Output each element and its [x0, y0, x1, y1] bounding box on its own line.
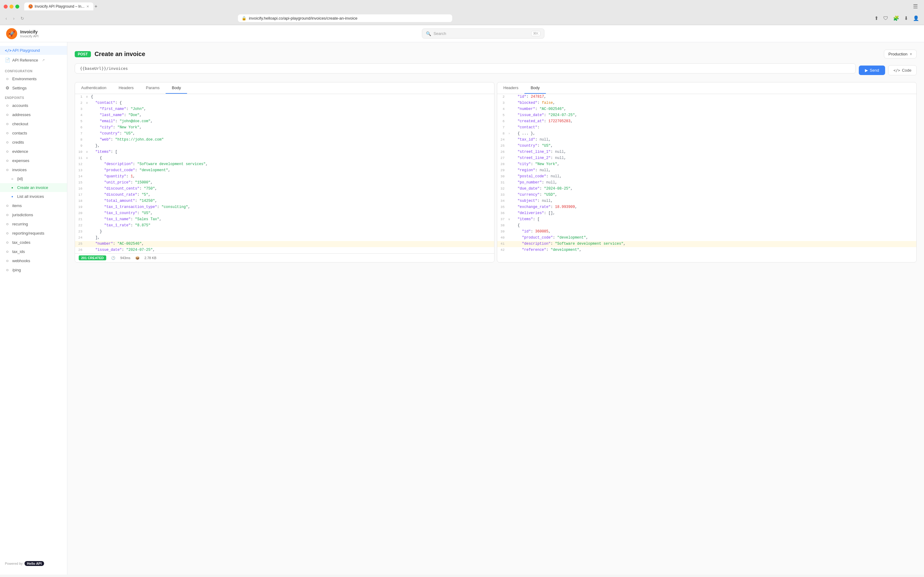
sidebar-item-accounts[interactable]: ○ accounts	[0, 101, 67, 110]
send-play-icon: ▶	[865, 68, 868, 73]
tax-ids-icon: ○	[5, 249, 10, 254]
code-button[interactable]: </> Code	[888, 65, 917, 75]
code-line: 37 ∨ "items": [	[497, 216, 916, 222]
sidebar-list-invoices-label: List all invoices	[17, 194, 44, 199]
url-value: {{baseUrl}}/invoices	[80, 66, 128, 71]
sidebar-item-evidence[interactable]: ○ evidence	[0, 147, 67, 156]
sidebar-jurisdictions-label: jurisdictions	[12, 213, 33, 217]
code-line-highlighted: 25 "number": "AC-002546",	[75, 241, 494, 247]
sidebar-id-label: {id}	[17, 176, 23, 181]
logo-text: Invoicify Invoicify API	[20, 29, 39, 38]
close-button[interactable]	[4, 5, 8, 8]
code-line: 6 "city": "New York",	[75, 125, 494, 131]
response-body-editor[interactable]: 2 "id": 247817, 3 "blocked": false, 4	[497, 94, 916, 253]
tab-body-res[interactable]: Body	[525, 82, 546, 94]
download-button[interactable]: ⬇	[903, 14, 909, 23]
code-line: 22 "tax_1_rate": "8.875"	[75, 222, 494, 229]
sidebar-item-environments[interactable]: ○ Environments	[0, 74, 67, 83]
address-bar-url[interactable]: invoicify.helloapi.co/api-playground/inv…	[249, 16, 357, 21]
sidebar-accounts-label: accounts	[12, 103, 28, 108]
app-logo: 🚀 Invoicify Invoicify API	[6, 28, 39, 39]
sidebar-item-tax-codes[interactable]: ○ tax_codes	[0, 238, 67, 247]
sidebar-item-jurisdictions[interactable]: ○ jurisdictions	[0, 210, 67, 219]
brave-shield-button[interactable]: 🛡	[882, 15, 889, 23]
tab-authentication[interactable]: Authentication	[75, 82, 113, 94]
code-line: 28 "city": "New York",	[497, 161, 916, 168]
sidebar-item-webhooks[interactable]: ○ webhooks	[0, 256, 67, 265]
code-line: 7 "contact":	[497, 125, 916, 131]
extensions-button[interactable]: 🧩	[892, 14, 900, 23]
forward-button[interactable]: ›	[11, 15, 16, 22]
request-tab-bar: Authentication Headers Params Body	[75, 82, 494, 94]
sidebar-item-settings[interactable]: ⚙ Settings	[0, 83, 67, 92]
code-line: 10 ∨ "items": [	[75, 149, 494, 155]
search-box[interactable]: 🔍 Search ⌘K	[422, 29, 544, 39]
share-button[interactable]: ⬆	[873, 14, 880, 23]
sidebar-contacts-label: contacts	[12, 131, 27, 135]
refresh-button[interactable]: ↻	[19, 15, 26, 22]
send-button[interactable]: ▶ Send	[859, 66, 885, 75]
sidebar-item-create-invoice[interactable]: ● Create an invoice	[0, 183, 67, 192]
sidebar-item-checkout[interactable]: ○ checkout	[0, 119, 67, 128]
sidebar-item-tax-ids[interactable]: ○ tax_ids	[0, 247, 67, 256]
code-line: 9 },	[75, 143, 494, 149]
code-line: 26 "street_line_1": null,	[497, 149, 916, 155]
sidebar-item-recurring[interactable]: ○ recurring	[0, 219, 67, 229]
browser-action-buttons: ⬆ 🛡 🧩 ⬇ 👤	[873, 14, 920, 23]
traffic-lights	[4, 5, 19, 8]
ping-icon: ○	[5, 268, 10, 272]
code-line: 34 "subject": null,	[497, 198, 916, 204]
fullscreen-button[interactable]	[15, 5, 19, 8]
code-line: 26 "issue_date": "2024-07-25",	[75, 247, 494, 253]
code-line: 32 "due_date": "2024-08-25",	[497, 186, 916, 192]
minimize-button[interactable]	[10, 5, 13, 8]
tab-headers-req[interactable]: Headers	[113, 82, 140, 94]
url-bar[interactable]: {{baseUrl}}/invoices	[75, 63, 856, 74]
addresses-icon: ○	[5, 112, 10, 117]
sidebar-webhooks-label: webhooks	[12, 258, 30, 263]
sidebar-item-addresses[interactable]: ○ addresses	[0, 110, 67, 119]
status-bar: 201 CREATED 🕐 943ms 📦 2.78 KB	[75, 253, 494, 262]
code-line-highlighted: 41 "description": "Software development …	[497, 241, 916, 247]
profile-button[interactable]: 👤	[912, 14, 920, 23]
env-selector[interactable]: Production ▾	[884, 50, 917, 58]
sidebar-item-credits[interactable]: ○ credits	[0, 137, 67, 147]
app-header: 🚀 Invoicify Invoicify API 🔍 Search ⌘K	[0, 25, 924, 42]
back-button[interactable]: ‹	[4, 15, 9, 22]
sidebar-item-expenses[interactable]: ○ expenses	[0, 156, 67, 165]
tab-body-req[interactable]: Body	[166, 82, 187, 94]
code-line: 3 "first_name": "John",	[75, 106, 494, 113]
code-line: 24 ],	[75, 235, 494, 241]
sidebar-item-api-playground[interactable]: </> API Playground	[0, 46, 67, 55]
tab-headers-res[interactable]: Headers	[497, 82, 525, 94]
request-body-editor[interactable]: 1 ∨ { 2 ∨ "contact": { 3 "fir	[75, 94, 494, 253]
search-placeholder: Search	[433, 31, 529, 36]
search-kbd: ⌘K	[531, 31, 540, 36]
sidebar-item-contacts[interactable]: ○ contacts	[0, 128, 67, 137]
sidebar-item-list-invoices[interactable]: ● List all invoices	[0, 192, 67, 201]
browser-tab[interactable]: 🚀 Invoicify API Playground – In... ✕	[24, 2, 93, 10]
sidebar-expenses-label: expenses	[12, 158, 29, 163]
evidence-icon: ○	[5, 149, 10, 154]
sidebar-api-playground-label: API Playground	[12, 48, 40, 53]
header-search[interactable]: 🔍 Search ⌘K	[422, 29, 544, 39]
new-tab-button[interactable]: +	[95, 4, 97, 9]
sidebar-api-reference-label: API Reference	[12, 58, 38, 63]
webhooks-icon: ○	[5, 258, 10, 263]
tab-params[interactable]: Params	[140, 82, 166, 94]
sidebar-addresses-label: addresses	[12, 113, 31, 117]
sidebar-item-id[interactable]: ○ {id}	[0, 174, 67, 183]
sidebar-item-ping[interactable]: ○ /ping	[0, 265, 67, 274]
sidebar-item-api-reference[interactable]: 📄 API Reference ↗	[0, 55, 67, 64]
sidebar-item-items[interactable]: ○ items	[0, 201, 67, 210]
code-line: 4 "number": "AC-002546",	[497, 106, 916, 113]
code-line: 12 "description": "Software development …	[75, 161, 494, 168]
api-playground-icon: </>	[5, 48, 10, 53]
code-line: 8 › { ... },	[497, 131, 916, 137]
browser-menu-icon[interactable]: ☰	[911, 3, 920, 10]
sidebar-item-reporting[interactable]: ○ reporting/requests	[0, 229, 67, 238]
sidebar-item-invoices[interactable]: ○ invoices	[0, 165, 67, 174]
powered-by-text: Powered by	[5, 562, 23, 566]
tab-close-button[interactable]: ✕	[86, 5, 89, 8]
response-time: 943ms	[120, 256, 130, 260]
